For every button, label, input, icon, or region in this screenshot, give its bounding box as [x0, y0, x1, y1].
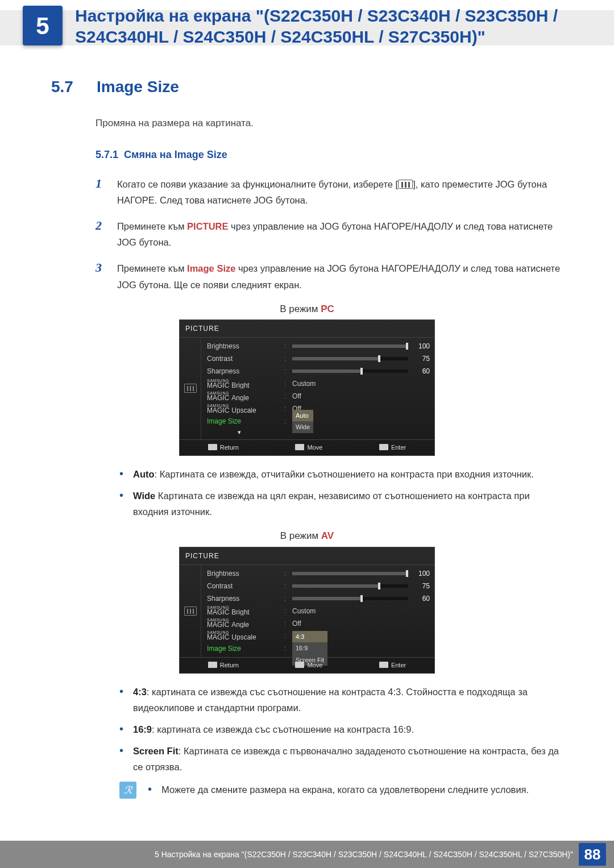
magic-brand: MAGIC — [207, 622, 229, 628]
footer-text: 5 Настройка на екрана "(S22C350H / S23C3… — [155, 849, 573, 861]
osd-footer-return: Return — [220, 661, 239, 670]
magic-suffix: Upscale — [231, 634, 256, 641]
osd-title: PICTURE — [180, 547, 434, 565]
enter-icon — [379, 444, 388, 450]
move-icon — [295, 662, 304, 668]
step-text: Преминете към — [117, 221, 187, 231]
bullet: • 4:3: картината се извежда със съотноше… — [119, 684, 563, 716]
osd-option: 4:3 — [292, 631, 327, 643]
mode-name: AV — [321, 530, 334, 541]
magic-suffix: Angle — [231, 622, 249, 628]
bullet-text: : картината се извежда със съотношение н… — [152, 724, 414, 734]
osd-value: 60 — [414, 366, 430, 376]
step-text: Преминете към — [117, 263, 187, 273]
step-number: 3 — [96, 258, 107, 277]
page-footer: 5 Настройка на екрана "(S22C350H / S23C3… — [0, 841, 614, 868]
magic-brand: MAGIC — [207, 383, 229, 389]
osd-label: Brightness — [207, 341, 281, 351]
osd-value: Custom — [292, 606, 430, 616]
return-icon — [208, 444, 217, 450]
section-intro: Промяна на размера на картината. — [96, 116, 563, 131]
osd-value: 100 — [414, 568, 430, 579]
subsection-title-text: Смяна на Image Size — [124, 149, 227, 160]
mode-name: PC — [321, 304, 334, 314]
osd-row-magic-angle: SAMSUNGMAGIC Angle : Off — [207, 617, 430, 630]
chapter-title: Настройка на екрана "(S22C350H / S23C340… — [75, 6, 580, 48]
bullet: • Screen Fit: Картината се извежда с пър… — [119, 743, 563, 775]
osd-screenshot-av: PICTURE Brightness : 100 Contrast : 75 — [179, 547, 435, 674]
step-item: 3 Преминете към Image Size чрез управлен… — [96, 258, 563, 292]
osd-value: Off — [292, 391, 430, 401]
mode-caption-av: В режим AV — [51, 529, 563, 543]
magic-suffix: Angle — [231, 395, 249, 401]
info-icon: ℛ — [119, 782, 136, 799]
bullet-keyword: Auto — [133, 469, 155, 479]
magic-brand: MAGIC — [207, 609, 229, 616]
bullet-keyword: 4:3 — [133, 687, 147, 697]
subsection-heading: 5.7.1 Смяна на Image Size — [96, 147, 563, 163]
osd-row-magic-angle: SAMSUNGMAGIC Angle : Off — [207, 390, 430, 402]
step-item: 2 Преминете към PICTURE чрез управление … — [96, 216, 563, 250]
keyword: Image Size — [187, 263, 235, 273]
osd-screenshot-pc: PICTURE Brightness : 100 Contrast : 75 — [179, 319, 435, 456]
osd-value: 60 — [414, 593, 430, 604]
osd-row-image-size: Image Size : Auto Wide — [207, 415, 430, 427]
osd-row-brightness: Brightness : 100 — [207, 340, 430, 352]
osd-option: Auto — [292, 410, 313, 422]
osd-label: Contrast — [207, 581, 281, 591]
osd-row-magic-bright: SAMSUNGMAGIC Bright : Custom — [207, 605, 430, 617]
picture-icon — [184, 607, 197, 616]
mode-caption-pc: В режим PC — [51, 302, 563, 317]
osd-value: 75 — [414, 581, 430, 591]
osd-title: PICTURE — [180, 320, 434, 338]
osd-label: Contrast — [207, 354, 281, 364]
magic-suffix: Bright — [231, 383, 249, 389]
osd-label: Sharpness — [207, 366, 281, 376]
mode-prefix: В режим — [280, 530, 321, 541]
return-icon — [208, 662, 217, 668]
step-number: 1 — [96, 174, 107, 193]
osd-footer-move: Move — [307, 661, 322, 670]
enter-icon — [379, 662, 388, 668]
osd-value: Custom — [292, 379, 430, 389]
osd-value: 100 — [414, 341, 430, 351]
keyword: PICTURE — [187, 221, 228, 231]
section-title-text: Image Size — [97, 78, 179, 95]
magic-brand: MAGIC — [207, 634, 229, 641]
step-text: Когато се появи указание за функционални… — [117, 179, 398, 189]
osd-row-image-size: Image Size : 4:3 16:9 Screen Fit — [207, 642, 430, 655]
move-icon — [295, 444, 304, 450]
magic-brand: MAGIC — [207, 395, 229, 401]
subsection-number: 5.7.1 — [96, 149, 118, 160]
osd-row-contrast: Contrast : 75 — [207, 580, 430, 592]
chapter-number-badge: 5 — [23, 6, 63, 45]
bullet-keyword: Wide — [133, 491, 155, 501]
osd-label: Brightness — [207, 568, 281, 579]
osd-row-contrast: Contrast : 75 — [207, 352, 430, 365]
osd-row-brightness: Brightness : 100 — [207, 567, 430, 580]
osd-value: Off — [292, 618, 430, 629]
bullet-text: Картината се извежда на цял екран, незав… — [133, 491, 530, 517]
osd-label: Image Size — [207, 643, 281, 654]
osd-row-sharpness: Sharpness : 60 — [207, 592, 430, 605]
bullet: • Auto: Картината се извежда, отчитайки … — [119, 466, 563, 482]
menu-icon — [398, 180, 413, 189]
page-number: 88 — [579, 843, 606, 866]
step-number: 2 — [96, 216, 107, 235]
osd-footer-move: Move — [307, 443, 322, 452]
section-number: 5.7 — [51, 75, 97, 99]
bullet-text: : Картината се извежда, отчитайки съотно… — [155, 469, 534, 479]
step-item: 1 Когато се появи указание за функционал… — [96, 174, 563, 208]
osd-option: Wide — [292, 421, 313, 433]
osd-value: 75 — [414, 354, 430, 364]
bullet-keyword: 16:9 — [133, 724, 152, 734]
osd-label: Image Size — [207, 416, 281, 426]
bullet: • Wide Картината се извежда на цял екран… — [119, 488, 563, 520]
bullet-keyword: Screen Fit — [133, 746, 179, 756]
osd-row-sharpness: Sharpness : 60 — [207, 365, 430, 377]
magic-brand: MAGIC — [207, 408, 229, 414]
info-note: Можете да смените размера на екрана, ког… — [161, 782, 529, 798]
bullet: • 16:9: картината се извежда със съотнош… — [119, 721, 563, 737]
picture-icon — [184, 384, 197, 393]
bullet-text: : картината се извежда със съотношение н… — [133, 687, 528, 713]
